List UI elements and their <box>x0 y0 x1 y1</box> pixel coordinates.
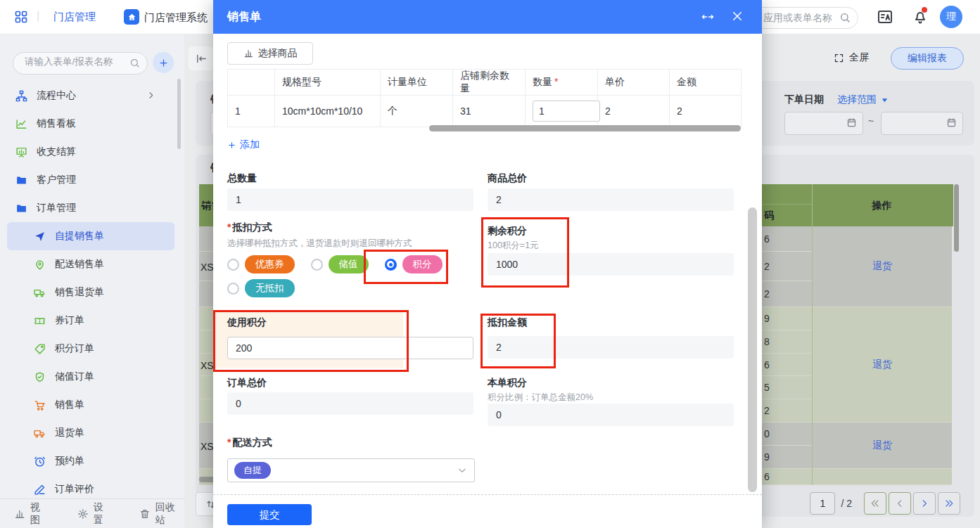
clock-icon <box>34 456 46 468</box>
delivery-tag: 自提 <box>234 462 271 479</box>
sidebar-item-label: 自提销售单 <box>55 230 104 243</box>
spec-column-header: 规格型号 <box>275 70 381 96</box>
sidebar-item-delivery-sales-order[interactable]: 配送销售单 <box>7 250 174 278</box>
app-name: 门店管理系统 <box>144 11 208 25</box>
recycle-bin-button[interactable]: 回收站 <box>139 501 184 527</box>
page-total: / 2 <box>841 498 852 509</box>
return-link[interactable]: 退货 <box>872 260 892 273</box>
modal-scrollbar[interactable] <box>748 207 757 492</box>
order-no-partial: XS <box>201 262 215 273</box>
sidebar-item-points-order[interactable]: 积分订单 <box>7 335 174 363</box>
select-product-button[interactable]: 选择商品 <box>227 42 313 65</box>
chevron-right-icon <box>919 498 929 508</box>
submit-button[interactable]: 提交 <box>227 504 312 525</box>
points-pill[interactable]: 积分 <box>402 255 443 273</box>
table-vertical-scrollbar[interactable] <box>954 184 959 252</box>
sidebar-item-label: 收支结算 <box>37 146 76 158</box>
user-avatar[interactable]: 理 <box>940 6 962 28</box>
settings-button[interactable]: 设置 <box>77 501 113 527</box>
range-select[interactable]: 选择范围 <box>837 94 889 106</box>
row-amount: 2 <box>670 96 742 127</box>
stored-value-pill[interactable]: 储值 <box>329 255 369 273</box>
first-page-button[interactable] <box>864 492 886 515</box>
sidebar-search-input[interactable] <box>23 56 125 67</box>
product-row: 1 10cm*10cm*10/10 个 31 2 2 <box>228 96 742 127</box>
edit-report-button[interactable]: 编辑报表 <box>891 47 964 70</box>
sidebar-item-label: 积分订单 <box>55 342 94 355</box>
add-row-button[interactable]: 添加 <box>227 139 260 151</box>
views-button[interactable]: 视图 <box>14 501 49 527</box>
modal-header: 销售单 <box>213 0 762 34</box>
sidebar-item-order-mgmt[interactable]: 订单管理 <box>7 194 174 222</box>
apps-grid-icon[interactable] <box>14 10 28 24</box>
sidebar-item-stored-value-order[interactable]: 储值订单 <box>7 363 174 391</box>
calendar-icon <box>946 117 957 128</box>
deduction-options-row1: 优惠券 储值 积分 <box>227 255 443 273</box>
order-no-column-header: 销售单号 <box>201 200 214 212</box>
sidebar-item-customer-mgmt[interactable]: 客户管理 <box>7 166 174 194</box>
radio-points[interactable] <box>385 259 397 271</box>
search-icon <box>839 12 851 23</box>
next-page-button[interactable] <box>913 492 936 515</box>
sidebar-item-process-center[interactable]: 流程中心 <box>7 82 174 110</box>
collapse-left-icon <box>196 53 208 65</box>
notification-dot <box>922 7 927 13</box>
deduction-helper: 选择哪种抵扣方式，退货退款时则退回哪种方式 <box>227 238 412 250</box>
row-unit: 个 <box>381 96 453 127</box>
add-form-button[interactable] <box>153 52 174 73</box>
table-horizontal-scrollbar[interactable] <box>199 477 215 482</box>
radio-stored-value[interactable] <box>311 259 323 271</box>
search-icon <box>129 58 140 68</box>
sidebar-item-label: 储值订单 <box>55 371 94 383</box>
delivery-select[interactable]: 自提 <box>227 458 475 482</box>
page-number-input[interactable]: 1 <box>810 492 835 515</box>
sidebar-item-sales-board[interactable]: 销售看板 <box>7 110 174 138</box>
sidebar-item-label: 订单管理 <box>37 202 76 214</box>
use-points-input[interactable] <box>227 337 473 359</box>
sidebar-item-settlement[interactable]: 收支结算 <box>7 138 174 166</box>
sidebar-item-sales-order[interactable]: 销售单 <box>7 391 174 419</box>
sidebar-item-return-order[interactable]: 退货单 <box>7 419 174 447</box>
sidebar-item-label: 销售单 <box>55 399 84 411</box>
coupon-pill[interactable]: 优惠券 <box>245 255 295 273</box>
navbar-divider: | <box>37 10 39 22</box>
fullscreen-button[interactable]: 全屏 <box>834 51 869 64</box>
total-qty-label: 总数量 <box>227 172 257 185</box>
chevron-right-icon <box>146 91 155 100</box>
caret-down-icon <box>881 96 889 104</box>
product-table-horizontal-scrollbar[interactable] <box>429 125 741 131</box>
sidebar-item-appointment-order[interactable]: 预约单 <box>7 447 174 475</box>
sidebar-item-coupon-order[interactable]: 券订单 <box>7 307 174 335</box>
date-start-input[interactable] <box>784 112 863 135</box>
remain-points-label: 剩余积分 <box>488 225 527 238</box>
truck-icon <box>34 287 46 299</box>
action-cell: 退货 <box>813 423 952 469</box>
radio-no-deduction[interactable] <box>227 283 239 295</box>
pagination: 1 / 2 <box>810 492 960 515</box>
action-cell: 退货 <box>813 307 952 423</box>
row-stock: 31 <box>453 96 526 127</box>
prev-page-button[interactable] <box>889 492 911 515</box>
sidebar-item-sales-return-order[interactable]: 销售退货单 <box>7 278 174 307</box>
collapse-sidebar-button[interactable] <box>189 46 214 70</box>
expand-horizontal-icon[interactable] <box>701 11 715 23</box>
unit-column-header: 计量单位 <box>381 70 453 96</box>
total-qty-value: 1 <box>227 188 473 211</box>
badge-icon <box>34 371 46 383</box>
brand-title[interactable]: 门店管理 <box>53 11 96 24</box>
sidebar-search[interactable] <box>13 52 148 75</box>
return-link[interactable]: 退货 <box>872 439 892 452</box>
sidebar-item-pickup-sales-order[interactable]: 自提销售单 <box>7 222 174 250</box>
language-icon[interactable] <box>877 8 893 25</box>
sidebar-footer: 视图 设置 回收站 <box>0 498 184 528</box>
radio-coupon[interactable] <box>227 259 239 271</box>
chart-bars-icon <box>243 49 253 58</box>
quantity-input[interactable] <box>533 101 600 122</box>
last-page-button[interactable] <box>938 492 960 515</box>
close-icon[interactable] <box>731 10 744 22</box>
no-deduction-pill[interactable]: 无抵扣 <box>245 279 295 297</box>
date-end-input[interactable] <box>881 112 963 135</box>
order-no-partial: XS <box>201 441 215 452</box>
return-link[interactable]: 退货 <box>872 359 892 371</box>
double-chevron-left-icon <box>870 498 880 508</box>
